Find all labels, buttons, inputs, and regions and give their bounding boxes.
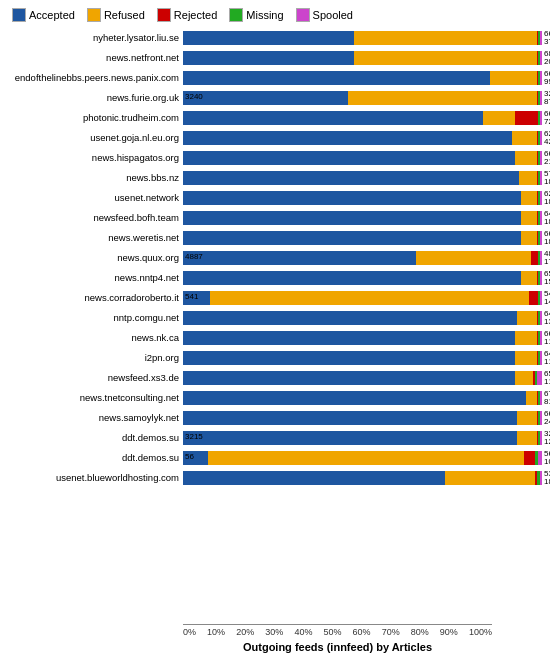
bar-segment-spooled (538, 451, 542, 465)
bar-segment-refused (519, 171, 537, 185)
row-label: usenet.blueworldhosting.com (8, 472, 183, 483)
xaxis-ticks: 0%10%20%30%40%50%60%70%80%90%100% (183, 624, 492, 637)
row-label: news.furie.org.uk (8, 92, 183, 103)
bar-segment-refused (515, 371, 533, 385)
xaxis-tick: 10% (207, 627, 225, 637)
bar-area: 48871714887 (183, 251, 542, 265)
bar-values: 541145 (544, 290, 550, 308)
xaxis-tick: 80% (411, 627, 429, 637)
bar-segment-spooled (540, 331, 542, 345)
legend-label: Spooled (313, 9, 353, 21)
bar-values: 6425131 (544, 310, 550, 328)
bar-track (183, 391, 542, 405)
table-row: news.nntp4.net6570156 (8, 268, 542, 287)
bar-segment-spooled (540, 291, 542, 305)
bar-track (183, 211, 542, 225)
bar-track (183, 311, 542, 325)
bar-area: 6684180 (183, 231, 542, 245)
bar-area: 3215123215 (183, 431, 542, 445)
row-label: news.tnetconsulting.net (8, 392, 183, 403)
bar-values: 665824 (544, 410, 550, 428)
table-row: usenet.network6239183 (8, 188, 542, 207)
bar-segment-spooled (540, 51, 542, 65)
row-label: i2pn.org (8, 352, 183, 363)
bar-values: 6681998 (544, 70, 550, 88)
bar-track (183, 111, 542, 125)
bar-area: 32408753240 (183, 91, 542, 105)
bar-segment-rejected (515, 111, 538, 125)
bar-segment-accepted (183, 311, 517, 325)
bar-values: 6665219 (544, 150, 550, 168)
bar-values: 670381 (544, 390, 550, 408)
bar-area: 561056 (183, 451, 542, 465)
bar-area: 665824 (183, 411, 542, 425)
bar-track (183, 51, 542, 65)
row-label: news.netfront.net (8, 52, 183, 63)
inner-label: 3240 (185, 92, 203, 101)
xaxis-tick: 90% (440, 627, 458, 637)
bar-segment-spooled (537, 371, 542, 385)
bar-segment-accepted (183, 271, 521, 285)
bar-track (183, 71, 542, 85)
bar-area: 6439113 (183, 351, 542, 365)
bar-segment-accepted (183, 211, 521, 225)
bar-segment-refused (521, 211, 537, 225)
row-label: news.nk.ca (8, 332, 183, 343)
bar-track (183, 191, 542, 205)
bar-segment-spooled (540, 251, 542, 265)
table-row: news.tnetconsulting.net670381 (8, 388, 542, 407)
row-label: ddt.demos.su (8, 432, 183, 443)
bar-segment-accepted (183, 251, 416, 265)
bar-track (183, 411, 542, 425)
chart-container: AcceptedRefusedRejectedMissingSpooled ny… (0, 0, 550, 655)
legend-color-box (229, 8, 243, 22)
bar-segment-refused (416, 251, 531, 265)
bar-area: 68952057 (183, 51, 542, 65)
bar-segment-refused (521, 191, 537, 205)
bar-track (183, 151, 542, 165)
bar-segment-spooled (540, 351, 542, 365)
bar-values: 6439113 (544, 350, 550, 368)
bar-segment-accepted (183, 71, 490, 85)
bar-track (183, 431, 542, 445)
bar-segment-spooled (540, 31, 542, 45)
bar-segment-rejected (529, 291, 538, 305)
bar-values: 68952057 (544, 50, 550, 68)
table-row: i2pn.org6439113 (8, 348, 542, 367)
table-row: news.weretis.net6684180 (8, 228, 542, 247)
bar-values: 6686721 (544, 110, 550, 128)
row-label: news.bbs.nz (8, 172, 183, 183)
table-row: usenet.goja.nl.eu.org6240426 (8, 128, 542, 147)
inner-label: 4887 (185, 252, 203, 261)
xaxis-tick: 100% (469, 627, 492, 637)
bar-segment-accepted (183, 391, 526, 405)
bar-track (183, 131, 542, 145)
bar-segment-accepted (183, 91, 348, 105)
bar-segment-refused (354, 31, 537, 45)
bar-values: 6684180 (544, 230, 550, 248)
bar-segment-spooled (540, 391, 542, 405)
bar-values: 5738189 (544, 170, 550, 188)
bar-area: 6240426 (183, 131, 542, 145)
bar-segment-spooled (540, 91, 542, 105)
bar-segment-spooled (540, 131, 542, 145)
table-row: news.netfront.net68952057 (8, 48, 542, 67)
bar-area: 6665219 (183, 151, 542, 165)
bar-track (183, 271, 542, 285)
legend-label: Rejected (174, 9, 217, 21)
table-row: photonic.trudheim.com6686721 (8, 108, 542, 127)
bar-segment-accepted (183, 331, 515, 345)
bar-segment-refused (517, 311, 537, 325)
bar-segment-accepted (183, 471, 445, 485)
bar-segment-accepted (183, 411, 517, 425)
bar-values: 6239183 (544, 190, 550, 208)
bar-segment-accepted (183, 151, 515, 165)
legend-item: Rejected (157, 8, 217, 22)
legend-label: Missing (246, 9, 283, 21)
bar-segment-accepted (183, 351, 515, 365)
bar-values: 6527111 (544, 370, 550, 388)
table-row: news.bbs.nz5738189 (8, 168, 542, 187)
bar-segment-refused (515, 351, 536, 365)
bar-segment-accepted (183, 31, 354, 45)
bar-track (183, 471, 542, 485)
